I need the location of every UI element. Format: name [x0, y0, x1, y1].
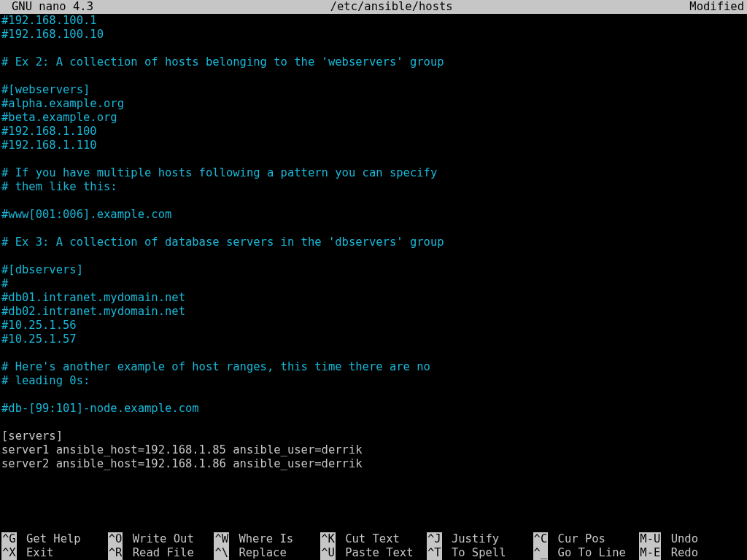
buffer-line[interactable]: [servers] — [1, 429, 746, 443]
help-label: Cur Pos — [551, 532, 605, 546]
keycap: ^T — [427, 546, 442, 560]
help-label: Redo — [664, 546, 698, 560]
keycap: ^U — [320, 546, 336, 560]
help-label: Justify — [445, 532, 500, 546]
help-label: Cut Text — [338, 532, 400, 546]
buffer-line[interactable]: #beta.example.org — [1, 111, 746, 125]
help-item[interactable]: ^J Justify — [427, 532, 533, 546]
file-path: /etc/ansible/hosts — [93, 0, 689, 14]
buffer-line[interactable]: #10.25.1.56 — [1, 319, 746, 332]
help-item[interactable]: ^G Get Help — [1, 532, 108, 546]
buffer-line[interactable] — [1, 388, 746, 402]
help-item[interactable]: ^R Read File — [108, 546, 214, 560]
buffer-line[interactable]: server2 ansible_host=192.168.1.86 ansibl… — [1, 457, 746, 471]
buffer-line[interactable]: #db01.intranet.mydomain.net — [1, 291, 746, 305]
buffer-line[interactable]: #192.168.1.100 — [1, 125, 746, 139]
buffer-line[interactable]: # Ex 2: A collection of hosts belonging … — [1, 55, 746, 69]
help-bar: ^G Get Help^O Write Out^W Where Is^K Cut… — [0, 532, 747, 560]
title-bar: GNU nano 4.3 /etc/ansible/hosts Modified — [0, 0, 747, 14]
buffer-line[interactable]: # If you have multiple hosts following a… — [1, 166, 746, 180]
help-label: To Spell — [445, 546, 506, 560]
help-label: Undo — [664, 532, 698, 546]
help-row-1: ^G Get Help^O Write Out^W Where Is^K Cut… — [0, 532, 747, 546]
buffer-line[interactable]: #[webservers] — [1, 83, 746, 97]
help-label: Exit — [20, 546, 54, 560]
buffer-line[interactable]: #10.25.1.57 — [1, 332, 746, 346]
keycap: ^W — [214, 532, 229, 546]
buffer-line[interactable]: # leading 0s: — [1, 374, 746, 388]
help-label: Paste Text — [338, 546, 414, 560]
buffer-line[interactable]: #[dbservers] — [1, 263, 746, 277]
file-status: Modified — [689, 0, 746, 14]
buffer-line[interactable]: #alpha.example.org — [1, 97, 746, 111]
keycap: M-E — [639, 546, 661, 560]
buffer-line[interactable]: # them like this: — [1, 180, 746, 194]
buffer-line[interactable]: #192.168.1.110 — [1, 139, 746, 152]
keycap: ^C — [533, 532, 549, 546]
help-label: Where Is — [232, 532, 293, 546]
buffer-line[interactable] — [1, 194, 746, 208]
help-label: Write Out — [125, 532, 193, 546]
help-label: Go To Line — [551, 546, 626, 560]
text-buffer[interactable]: #192.168.100.1#192.168.100.10 # Ex 2: A … — [0, 14, 747, 471]
buffer-line[interactable]: server1 ansible_host=192.168.1.85 ansibl… — [1, 443, 746, 457]
help-item[interactable]: M-U Undo — [639, 532, 746, 546]
buffer-line[interactable] — [1, 69, 746, 83]
buffer-line[interactable]: #www[001:006].example.com — [1, 208, 746, 222]
buffer-line[interactable]: #192.168.100.1 — [1, 14, 746, 28]
help-item[interactable]: ^X Exit — [1, 546, 108, 560]
help-item[interactable]: ^C Cur Pos — [533, 532, 640, 546]
buffer-line[interactable]: # Here's another example of host ranges,… — [1, 360, 746, 374]
keycap: ^O — [108, 532, 123, 546]
buffer-line[interactable]: #db02.intranet.mydomain.net — [1, 305, 746, 319]
help-row-2: ^X Exit^R Read File^\ Replace^U Paste Te… — [0, 546, 747, 560]
keycap: ^J — [427, 532, 442, 546]
help-item[interactable]: ^_ Go To Line — [533, 546, 640, 560]
buffer-line[interactable] — [1, 249, 746, 263]
help-label: Replace — [232, 546, 287, 560]
help-item[interactable]: ^K Cut Text — [320, 532, 427, 546]
keycap: ^_ — [533, 546, 549, 560]
buffer-line[interactable]: # Ex 3: A collection of database servers… — [1, 236, 746, 249]
help-label: Get Help — [20, 532, 81, 546]
buffer-line[interactable] — [1, 346, 746, 360]
buffer-line[interactable]: #db-[99:101]-node.example.com — [1, 402, 746, 416]
help-item[interactable]: ^U Paste Text — [320, 546, 427, 560]
help-label: Read File — [125, 546, 193, 560]
help-item[interactable]: ^\ Replace — [214, 546, 320, 560]
buffer-line[interactable] — [1, 152, 746, 166]
help-item[interactable]: ^W Where Is — [214, 532, 320, 546]
keycap: M-U — [639, 532, 661, 546]
help-item[interactable]: ^T To Spell — [427, 546, 533, 560]
help-item[interactable]: ^O Write Out — [108, 532, 214, 546]
nano-editor-window: GNU nano 4.3 /etc/ansible/hosts Modified… — [0, 0, 747, 560]
buffer-line[interactable] — [1, 416, 746, 429]
app-name: GNU nano 4.3 — [1, 0, 93, 14]
buffer-line[interactable]: # — [1, 277, 746, 291]
buffer-line[interactable] — [1, 222, 746, 236]
keycap: ^K — [320, 532, 336, 546]
keycap: ^\ — [214, 546, 229, 560]
buffer-line[interactable]: #192.168.100.10 — [1, 28, 746, 42]
buffer-line[interactable] — [1, 42, 746, 55]
keycap: ^X — [1, 546, 17, 560]
keycap: ^G — [1, 532, 17, 546]
help-item[interactable]: M-E Redo — [639, 546, 746, 560]
keycap: ^R — [108, 546, 123, 560]
